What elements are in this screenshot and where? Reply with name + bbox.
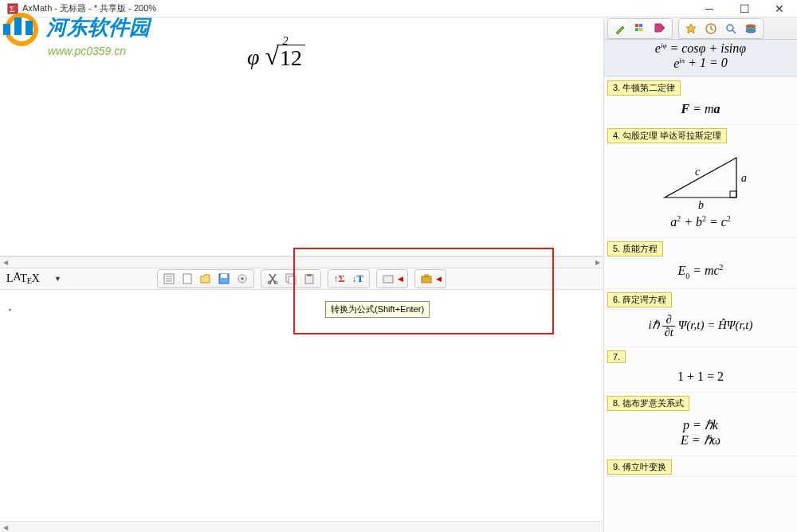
cut-button[interactable] [265,272,280,286]
snippet-title[interactable]: 4. 勾股定理 毕达哥拉斯定理 [607,128,727,143]
minimize-button[interactable]: ─ [698,1,720,17]
snippet-title[interactable]: 5. 质能方程 [607,241,663,256]
new-button[interactable] [180,272,194,286]
formula-debroglie[interactable]: p = ℏk E = ℏω [604,413,797,456]
formula-1plus1[interactable]: 1 + 1 = 2 [604,365,797,392]
equation-display: φ 2 √ 12 [247,41,305,71]
svg-line-31 [732,30,736,33]
dropdown-icon[interactable]: ▼ [54,275,61,283]
tag-button[interactable] [652,21,668,37]
file-ops-group [157,269,254,288]
favorite-button[interactable] [683,21,699,37]
latex-to-formula-button[interactable]: ↑Σ [332,272,347,286]
svg-point-14 [241,277,244,280]
snippet-title[interactable]: 7. [607,350,626,363]
folder-group: ◀ [376,269,408,288]
snippet-title[interactable]: 9. 傅立叶变换 [607,460,672,475]
scroll-right-icon[interactable]: ▶ [592,257,603,268]
properties-button[interactable] [162,272,176,286]
scroll-left-icon[interactable]: ◀ [0,257,11,268]
chevron-left-icon[interactable]: ◀ [398,275,403,283]
svg-point-34 [746,29,756,33]
history-button[interactable] [703,21,719,37]
svg-rect-28 [639,28,642,31]
svg-rect-20 [307,274,312,276]
formula-schrodinger[interactable]: iℏ ∂∂t Ψ(r,t) = ĤΨ(r,t) [604,309,797,346]
clipboard-group [261,269,321,288]
svg-text:b: b [698,199,704,209]
briefcase-button[interactable] [419,272,434,286]
svg-text:c: c [695,166,701,178]
svg-rect-27 [635,28,638,31]
latex-toolbar: LATEX ▼ ↑Σ ↓T ◀ [0,268,603,290]
formula-newton[interactable]: F = ma [604,97,797,124]
palette-pick-button[interactable] [612,21,628,37]
latex-input[interactable]: . 转换为公式(Shift+Enter) [0,290,603,521]
formula-pythagoras[interactable]: c a b a2 + b2 = c2 [604,145,797,237]
snippet-title[interactable]: 8. 德布罗意关系式 [607,396,689,411]
settings-button[interactable] [235,272,249,286]
formula-preview[interactable]: eiφ = cosφ + isinφ eiπ + 1 = 0 [604,40,797,76]
export-folder-button[interactable] [381,272,395,286]
app-icon: Σ [6,2,19,15]
save-button[interactable] [217,272,231,286]
formula-library[interactable]: eiφ = cosφ + isinφ eiπ + 1 = 0 3. 牛顿第二定律… [604,40,797,532]
svg-rect-23 [422,276,431,283]
stack-button[interactable] [743,21,759,37]
side-toolbar [604,18,797,40]
copy-button[interactable] [284,272,298,286]
bottom-horizontal-scrollbar[interactable]: ◀ [0,521,603,532]
snippet-title[interactable]: 6. 薛定谔方程 [607,292,672,307]
search-button[interactable] [723,21,739,37]
svg-point-30 [727,25,733,31]
svg-rect-10 [183,274,191,284]
svg-rect-25 [635,24,638,27]
svg-rect-18 [289,276,296,284]
scroll-left-icon[interactable]: ◀ [0,522,11,532]
svg-rect-12 [221,274,227,278]
cursor: . [8,298,12,314]
svg-rect-26 [639,24,642,27]
tooltip: 转换为公式(Shift+Enter) [325,301,430,318]
snippet-title[interactable]: 3. 牛顿第二定律 [607,80,681,96]
formula-editor[interactable]: φ 2 √ 12 [0,18,603,256]
latex-label: LATEX [6,272,40,285]
svg-rect-24 [425,275,428,276]
svg-rect-35 [730,191,736,198]
formula-to-latex-button[interactable]: ↓T [351,272,365,286]
maximize-button[interactable]: ☐ [733,1,756,17]
convert-group: ↑Σ ↓T [328,269,370,288]
svg-rect-22 [383,276,388,277]
briefcase-group: ◀ [414,269,446,288]
color-grid-button[interactable] [632,21,648,37]
svg-text:Σ: Σ [10,4,14,14]
window-title: AxMath - 无标题 - * 共享版 - 200% [22,2,698,14]
editor-horizontal-scrollbar[interactable]: ◀ ▶ [0,256,603,268]
open-button[interactable] [198,272,213,286]
paste-button[interactable] [302,272,316,286]
svg-text:a: a [741,172,747,184]
close-button[interactable]: ✕ [768,1,791,17]
formula-emc2[interactable]: E0 = mc2 [604,258,797,288]
chevron-left-icon[interactable]: ◀ [436,275,442,283]
